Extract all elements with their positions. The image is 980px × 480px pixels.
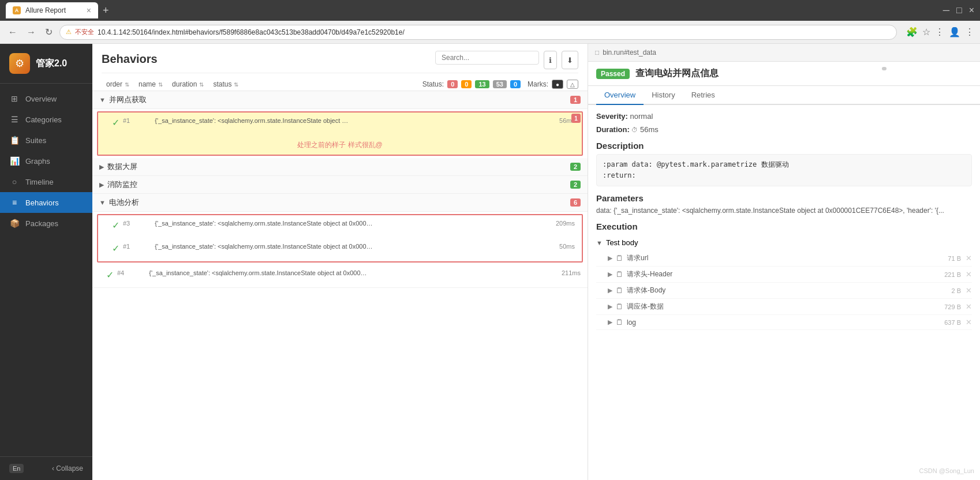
language-button[interactable]: En xyxy=(9,464,24,473)
attachment-file-icon-1: 🗒 xyxy=(616,270,623,279)
duration-label: Duration: xyxy=(596,125,630,134)
status-failed-badge[interactable]: 0 xyxy=(447,80,458,88)
status-filters: Status: 0 0 13 53 0 xyxy=(422,80,521,88)
panel-content: Severity: normal Duration: ⏱ 56ms Descri… xyxy=(588,105,980,480)
reload-button[interactable]: ↻ xyxy=(43,24,55,40)
tab-retries[interactable]: Retries xyxy=(683,86,723,105)
tab-history[interactable]: History xyxy=(644,86,683,105)
back-button[interactable]: ← xyxy=(6,25,20,40)
execution-title: Execution xyxy=(596,222,972,231)
attachment-file-icon-4: 🗒 xyxy=(616,318,623,327)
mark-dark-button[interactable]: ● xyxy=(552,80,563,89)
attachment-row-3[interactable]: ▶ 🗒 调应体-数据 729 B ✕ xyxy=(596,299,972,315)
status-passed-badge[interactable]: 13 xyxy=(475,80,489,88)
forward-button[interactable]: → xyxy=(24,25,38,40)
attachment-delete-3[interactable]: ✕ xyxy=(966,302,972,311)
group-count-dianchi: 6 xyxy=(570,198,581,207)
packages-icon: 📦 xyxy=(9,219,20,228)
close-icon[interactable]: × xyxy=(969,5,974,16)
attachment-name-4: log xyxy=(627,318,944,327)
browser-toolbar: ← → ↻ ⚠ 不安全 10.4.1.142:50164/index.html#… xyxy=(0,21,980,44)
profile-icon[interactable]: 👤 xyxy=(949,27,960,38)
test-item-1[interactable]: ✓ #1 查询电站并网点信息 {'_sa_instance_state': <s… xyxy=(98,112,582,136)
watermark: CSDN @Song_Lun xyxy=(919,467,974,474)
tab-close-button[interactable]: × xyxy=(87,6,91,15)
status-column-header[interactable]: status ⇅ xyxy=(208,78,243,91)
attachment-name-0: 请求url xyxy=(627,253,948,263)
sidebar-item-packages[interactable]: 📦 Packages xyxy=(0,213,92,234)
sidebar-item-label: Suites xyxy=(25,136,46,145)
description-title: Description xyxy=(596,141,972,151)
expand-icon-dashuju: ▶ xyxy=(99,163,104,171)
sidebar-item-categories[interactable]: ☰ Categories xyxy=(0,109,92,130)
group-header-bingwang[interactable]: ▼ 并网点获取 1 xyxy=(92,91,588,109)
order-column-header[interactable]: order ⇅ xyxy=(102,78,134,91)
test-item-4[interactable]: ✓ #4 电池簇单体压差 {'_sa_instance_state': <sql… xyxy=(92,265,588,288)
test-duration-3: 209ms xyxy=(556,220,575,227)
test-body-header[interactable]: ▼ Test body xyxy=(596,235,972,250)
attachment-delete-1[interactable]: ✕ xyxy=(966,270,972,279)
status-other-badge[interactable]: 0 xyxy=(510,80,521,88)
attachment-size-4: 637 B xyxy=(944,319,961,326)
attachment-row-4[interactable]: ▶ 🗒 log 637 B ✕ xyxy=(596,315,972,330)
attachment-expand-3[interactable]: ▶ xyxy=(608,303,612,310)
categories-icon: ☰ xyxy=(9,115,20,124)
test-item-3[interactable]: ✓ #3 电压分析 {'_sa_instance_state': <sqlalc… xyxy=(98,215,582,238)
test-item-1b[interactable]: ✓ #1 电堆列表接口查询 {'_sa_instance_state': <sq… xyxy=(98,238,582,261)
group-header-dashuju[interactable]: ▶ 数据大屏 2 xyxy=(92,158,588,176)
info-button[interactable]: ℹ xyxy=(544,51,557,69)
duration-column-header[interactable]: duration ⇅ xyxy=(167,78,208,91)
name-column-header[interactable]: name ⇅ xyxy=(134,78,167,91)
search-input[interactable] xyxy=(435,51,539,65)
sidebar-item-suites[interactable]: 📋 Suites xyxy=(0,130,92,151)
maximize-icon[interactable]: □ xyxy=(956,5,962,16)
order-sort-icon: ⇅ xyxy=(125,81,129,88)
attachment-row-0[interactable]: ▶ 🗒 请求url 71 B ✕ xyxy=(596,250,972,267)
attachment-row-1[interactable]: ▶ 🗒 请求头-Header 221 B ✕ xyxy=(596,267,972,283)
sidebar-item-graphs[interactable]: 📊 Graphs xyxy=(0,151,92,171)
extensions-icon[interactable]: 🧩 xyxy=(906,27,918,38)
sidebar-item-behaviors[interactable]: ≡ Behaviors xyxy=(0,192,92,213)
attachment-expand-2[interactable]: ▶ xyxy=(608,287,612,294)
attachment-name-2: 请求体-Body xyxy=(627,286,951,295)
attachment-delete-4[interactable]: ✕ xyxy=(966,318,972,327)
group-header-dianchi[interactable]: ▼ 电池分析 6 xyxy=(92,194,588,212)
collapse-button[interactable]: ‹ Collapse xyxy=(52,464,83,472)
minimize-icon[interactable]: ─ xyxy=(943,5,949,16)
sidebar-item-timeline[interactable]: ○ Timeline xyxy=(0,171,92,192)
attachment-delete-2[interactable]: ✕ xyxy=(966,286,972,295)
attachment-expand-1[interactable]: ▶ xyxy=(608,271,612,278)
download-button[interactable]: ⬇ xyxy=(562,51,578,69)
address-bar[interactable]: ⚠ 不安全 10.4.1.142:50164/index.html#behavi… xyxy=(59,25,897,40)
attachment-expand-0[interactable]: ▶ xyxy=(608,254,612,262)
new-tab-button[interactable]: + xyxy=(103,5,109,17)
overview-icon: ⊞ xyxy=(9,94,20,103)
item-badge-1: 1 xyxy=(571,114,581,123)
attachment-size-1: 221 B xyxy=(944,271,961,278)
settings-icon[interactable]: ⋮ xyxy=(935,27,944,38)
status-skipped-badge[interactable]: 53 xyxy=(493,80,507,88)
more-icon[interactable]: ⋮ xyxy=(965,27,974,38)
panel-test-title: 查询电站并网点信息 xyxy=(635,68,719,80)
app-container: ⚙ 管家2.0 ⊞ Overview ☰ Categories 📋 Suites… xyxy=(0,44,980,480)
mark-light-button[interactable]: △ xyxy=(567,80,578,89)
attachment-name-3: 调应体-数据 xyxy=(627,302,944,312)
main-content: Behaviors ℹ ⬇ order ⇅ name ⇅ duration xyxy=(92,44,588,480)
attachment-expand-4[interactable]: ▶ xyxy=(608,318,612,326)
bookmark-icon[interactable]: ☆ xyxy=(922,27,930,38)
attachment-row-2[interactable]: ▶ 🗒 请求体-Body 2 B ✕ xyxy=(596,283,972,299)
sidebar-item-overview[interactable]: ⊞ Overview xyxy=(0,88,92,109)
toolbar-icons: 🧩 ☆ ⋮ 👤 ⋮ xyxy=(906,27,974,38)
group-name-dianchi: 电池分析 xyxy=(109,197,139,208)
attachments-list: ▶ 🗒 请求url 71 B ✕ ▶ 🗒 请求头-Header 221 B ✕ … xyxy=(596,250,972,330)
test-number-1b: #1 xyxy=(123,243,130,250)
browser-tab[interactable]: A Allure Report × xyxy=(6,2,98,18)
test-body-label: Test body xyxy=(606,238,638,247)
group-header-xiaofang[interactable]: ▶ 消防监控 2 xyxy=(92,176,588,194)
test-param-4: {'_sa_instance_state': <sqlalchemy.orm.s… xyxy=(149,269,368,276)
tab-overview[interactable]: Overview xyxy=(596,86,644,105)
status-warn-badge[interactable]: 0 xyxy=(461,80,472,88)
test-number-4: #4 xyxy=(117,269,124,276)
attachment-delete-0[interactable]: ✕ xyxy=(966,254,972,262)
expand-icon-xiaofang: ▶ xyxy=(99,181,104,189)
